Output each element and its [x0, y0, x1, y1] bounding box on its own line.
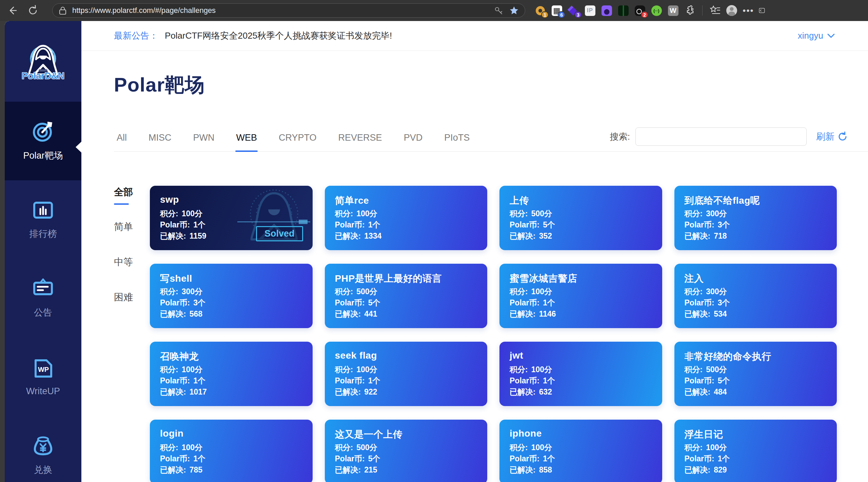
announcement-text: PolarCTF网络安全2025秋季个人挑战赛获奖证书发放完毕! — [165, 30, 392, 42]
challenge-card[interactable]: jwt 积分:100分 Polar币:1个 已解决:632 — [499, 342, 662, 406]
sidebar-item-label: 排行榜 — [29, 228, 57, 240]
category-tab[interactable]: WEB — [234, 133, 260, 151]
back-button[interactable] — [5, 3, 20, 18]
category-tab[interactable]: PVD — [401, 133, 426, 151]
solved-label: 已解决: — [685, 465, 711, 474]
solved-row: 已解决:632 — [510, 386, 652, 398]
challenge-card[interactable]: 到底给不给flag呢 积分:300分 Polar币:3个 已解决:718 — [674, 186, 837, 250]
coin-row: Polar币:1个 — [510, 297, 652, 308]
sidebar-item-challenges[interactable]: Polar靶场 — [5, 102, 81, 180]
challenge-title: 写shell — [160, 272, 302, 285]
refresh-circle-icon — [837, 132, 848, 142]
challenge-card[interactable]: swp 积分:100分 Polar币:1个 已解决:1159 Solved — [150, 186, 313, 250]
coin-label: Polar币: — [335, 454, 365, 463]
category-tab[interactable]: CRYPTO — [276, 133, 319, 151]
browser-menu-button[interactable]: ••• — [742, 4, 754, 17]
challenge-card[interactable]: 蜜雪冰城吉警店 积分:100分 Polar币:1个 已解决:1146 — [499, 264, 662, 328]
sidebar-item-exchange[interactable]: 兑换 — [5, 416, 81, 482]
score-label: 积分: — [510, 287, 528, 296]
challenge-card[interactable]: iphone 积分:100分 Polar币:1个 已解决:858 — [499, 420, 662, 482]
challenge-stats: 积分:300分 Polar币:3个 已解决:568 — [160, 286, 302, 320]
coin-row: Polar币:1个 — [685, 453, 827, 464]
difficulty-filter[interactable]: 全部 — [114, 186, 150, 220]
extension-wikipedia-icon[interactable]: W — [667, 4, 679, 17]
toolbar-divider — [702, 5, 703, 16]
url-text[interactable]: https://www.polarctf.com/#/page/challeng… — [72, 6, 494, 15]
challenge-card[interactable]: 写shell 积分:300分 Polar币:3个 已解决:568 — [150, 264, 313, 328]
search-input[interactable] — [635, 127, 807, 146]
challenge-card[interactable]: 简单rce 积分:100分 Polar币:1个 已解决:1334 — [325, 186, 488, 250]
challenge-stats: 积分:100分 Polar币:1个 已解决:858 — [510, 442, 652, 476]
extension-ip-tool-icon[interactable]: IP — [584, 4, 596, 17]
address-bar[interactable]: https://www.polarctf.com/#/page/challeng… — [52, 3, 525, 18]
score-label: 积分: — [160, 209, 178, 218]
challenge-card[interactable]: login 积分:100分 Polar币:1个 已解决:785 — [150, 420, 313, 482]
notice-board-icon — [32, 278, 54, 300]
coin-value: 3个 — [718, 298, 730, 307]
extension-screenshot-icon[interactable]: 2 — [634, 4, 646, 17]
coin-row: Polar币:1个 — [510, 375, 652, 386]
difficulty-filter[interactable]: 中等 — [114, 256, 150, 268]
challenge-card[interactable]: 非常好绕的命令执行 积分:500分 Polar币:5个 已解决:484 — [674, 342, 837, 406]
star-list-glyph — [710, 5, 721, 16]
category-tab[interactable]: All — [114, 133, 130, 151]
site-logo[interactable]: PolarD&N — [5, 21, 81, 102]
category-tab[interactable]: MISC — [146, 133, 174, 151]
solved-value: 352 — [539, 232, 552, 240]
solved-value: 534 — [714, 309, 727, 318]
coin-row: Polar币:1个 — [510, 453, 652, 464]
solved-value: 441 — [364, 309, 377, 318]
coin-label: Polar币: — [510, 298, 539, 307]
score-label: 积分: — [510, 443, 528, 452]
ip-label: IP — [585, 5, 595, 16]
user-menu[interactable]: xingyu — [798, 31, 835, 41]
refresh-link[interactable]: 刷新 — [816, 130, 848, 143]
score-row: 积分:100分 — [160, 208, 302, 219]
challenge-card[interactable]: PHP是世界上最好的语言 积分:500分 Polar币:5个 已解决:441 — [325, 264, 488, 328]
bookmark-star-icon[interactable] — [509, 6, 519, 15]
score-value: 100分 — [356, 365, 377, 374]
sidebar-item-leaderboard[interactable]: 排行榜 — [5, 180, 81, 259]
coin-label: Polar币: — [685, 454, 714, 463]
extension-badge: 3 — [574, 11, 582, 18]
coin-label: Polar币: — [335, 376, 365, 385]
password-key-icon[interactable] — [494, 6, 503, 15]
extensions-puzzle-icon[interactable] — [684, 4, 696, 17]
difficulty-filter[interactable]: 简单 — [114, 220, 150, 233]
coin-value: 1个 — [368, 220, 380, 229]
challenge-card[interactable]: seek flag 积分:100分 Polar币:1个 已解决:922 — [325, 342, 488, 406]
announcement-bar: 最新公告： PolarCTF网络安全2025秋季个人挑战赛获奖证书发放完毕! x… — [81, 21, 868, 51]
profile-avatar[interactable] — [726, 4, 738, 17]
extension-purple-diamond-icon[interactable]: ◆ 3 — [567, 4, 579, 17]
challenge-card[interactable]: 上传 积分:500分 Polar币:5个 已解决:352 — [499, 186, 662, 250]
sidebar-item-announcements[interactable]: 公告 — [5, 259, 81, 338]
challenge-title: swp — [160, 194, 302, 205]
extension-qr-scanner-icon[interactable]: ▦ 6 — [551, 4, 563, 17]
category-tab[interactable]: REVERSE — [336, 133, 385, 151]
extension-matrix-icon[interactable] — [617, 4, 629, 17]
coin-label: Polar币: — [335, 298, 365, 307]
challenge-title: 简单rce — [335, 194, 477, 207]
extension-green-braces-icon[interactable]: (··) — [650, 4, 663, 17]
score-label: 积分: — [685, 209, 703, 218]
favorites-bar-icon[interactable] — [709, 4, 721, 17]
challenge-stats: 积分:100分 Polar币:1个 已解决:1334 — [335, 208, 477, 242]
challenge-card[interactable]: 注入 积分:300分 Polar币:3个 已解决:534 — [674, 264, 837, 328]
refresh-button[interactable] — [25, 3, 41, 18]
extension-bat-character-icon[interactable] — [600, 4, 613, 17]
extension-orange-ring-icon[interactable]: 1 — [534, 4, 546, 17]
category-tab[interactable]: PWN — [191, 133, 217, 151]
tab-label: All — [117, 133, 127, 143]
category-tab[interactable]: PIoTS — [441, 133, 472, 151]
coin-row: Polar币:1个 — [160, 375, 302, 386]
challenge-card[interactable]: 这又是一个上传 积分:500分 Polar币:5个 已解决:215 — [325, 420, 488, 482]
edge-sidebar-button[interactable] — [759, 4, 765, 17]
challenge-card[interactable]: 召唤神龙 积分:100分 Polar币:1个 已解决:1017 — [150, 342, 313, 406]
coin-row: Polar币:1个 — [335, 375, 477, 386]
challenge-card[interactable]: 浮生日记 积分:100分 Polar币:1个 已解决:829 — [674, 420, 837, 482]
sidebar-item-writeup[interactable]: WP WriteUP — [5, 338, 81, 416]
coin-label: Polar币: — [160, 376, 190, 385]
sidebar: PolarD&N Polar靶场 排行榜 — [5, 21, 81, 482]
difficulty-filter[interactable]: 困难 — [114, 291, 150, 304]
score-row: 积分:100分 — [510, 286, 652, 297]
